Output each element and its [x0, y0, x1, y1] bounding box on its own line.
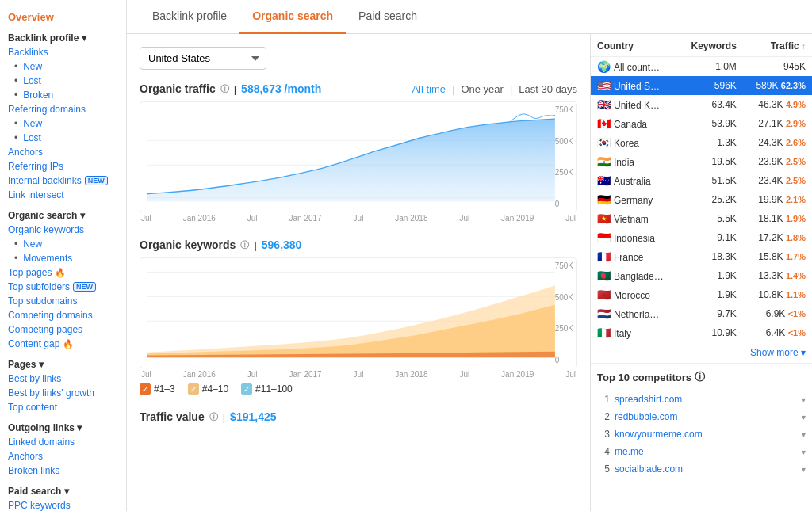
- sidebar-item-referring-domains[interactable]: Referring domains: [0, 102, 126, 116]
- keywords-cell: 1.3K: [679, 133, 743, 152]
- sidebar-item-top-subfolders[interactable]: Top subfolders NEW: [0, 280, 126, 294]
- organic-keywords-info-icon[interactable]: ⓘ: [240, 239, 249, 251]
- keywords-cell: 51.5K: [679, 171, 743, 190]
- table-row[interactable]: 🇫🇷France18.3K15.8K 1.7%: [591, 247, 812, 266]
- table-row[interactable]: 🇲🇦Morocco1.9K10.8K 1.1%: [591, 285, 812, 304]
- keywords-cell: 25.2K: [679, 190, 743, 209]
- show-more-countries[interactable]: Show more ▾: [591, 342, 812, 363]
- traffic-cell: 27.1K 2.9%: [743, 114, 812, 133]
- country-cell: 🇧🇩Banglade…: [591, 266, 679, 285]
- time-filter-last-30-days[interactable]: Last 30 days: [519, 83, 577, 95]
- list-item: 1 spreadshirt.com ▾: [597, 391, 806, 408]
- tab-backlink-profile[interactable]: Backlink profile: [140, 0, 239, 34]
- sidebar-item-content-gap[interactable]: Content gap 🔥: [0, 337, 126, 351]
- competitor-num: 2: [597, 411, 610, 422]
- competitor-dropdown-icon[interactable]: ▾: [802, 413, 806, 421]
- sidebar-item-referring-domains-lost[interactable]: Lost: [0, 131, 126, 145]
- keywords-cell: 63.4K: [679, 95, 743, 114]
- sidebar-item-competing-pages[interactable]: Competing pages: [0, 322, 126, 337]
- table-row[interactable]: 🇮🇳India19.5K23.9K 2.5%: [591, 152, 812, 171]
- keywords-cell: 1.9K: [679, 285, 743, 304]
- sidebar-overview[interactable]: Overview: [0, 6, 126, 28]
- competitor-dropdown-icon[interactable]: ▾: [802, 448, 806, 456]
- tab-organic-search[interactable]: Organic search: [239, 0, 346, 34]
- sidebar-item-best-by-links-growth[interactable]: Best by links' growth: [0, 386, 126, 400]
- sidebar-section-organic-search[interactable]: Organic search ▾: [0, 205, 126, 223]
- sidebar-item-top-subdomains[interactable]: Top subdomains: [0, 294, 126, 308]
- sidebar-item-anchors[interactable]: Anchors: [0, 145, 126, 159]
- table-row[interactable]: 🇬🇧United K…63.4K46.3K 4.9%: [591, 95, 812, 114]
- table-row[interactable]: 🇨🇦Canada53.9K27.1K 2.9%: [591, 114, 812, 133]
- keywords-cell: 18.3K: [679, 247, 743, 266]
- traffic-cell: 15.8K 1.7%: [743, 247, 812, 266]
- chart-y-labels-keywords: 750K 500K 250K 0: [555, 258, 573, 368]
- traffic-cell: 10.8K 1.1%: [743, 285, 812, 304]
- sidebar-item-broken-links[interactable]: Broken links: [0, 463, 126, 478]
- chart-x-labels-traffic: Jul Jan 2016 Jul Jan 2017 Jul Jan 2018 J…: [140, 214, 577, 223]
- sidebar-item-internal-backlinks[interactable]: Internal backlinks NEW: [0, 174, 126, 188]
- sidebar-item-backlinks[interactable]: Backlinks: [0, 45, 126, 59]
- competitor-link[interactable]: me.me: [615, 446, 797, 457]
- competitor-link[interactable]: socialblade.com: [615, 463, 797, 475]
- competitor-dropdown-icon[interactable]: ▾: [802, 465, 806, 474]
- competitor-link[interactable]: redbubble.com: [615, 411, 797, 422]
- competitor-dropdown-icon[interactable]: ▾: [802, 395, 806, 404]
- sidebar-item-backlinks-new[interactable]: New: [0, 59, 126, 74]
- legend-check-1-3[interactable]: ✓: [140, 383, 151, 395]
- competitors-info-icon[interactable]: ⓘ: [695, 370, 705, 384]
- traffic-cell: 23.9K 2.5%: [743, 152, 812, 171]
- sidebar-section-pages[interactable]: Pages ▾: [0, 354, 126, 372]
- sidebar-item-linked-domains[interactable]: Linked domains: [0, 435, 126, 449]
- competitor-link[interactable]: spreadshirt.com: [615, 394, 797, 405]
- time-filter-one-year[interactable]: One year: [461, 83, 503, 95]
- competitor-num: 4: [597, 446, 610, 457]
- sidebar-item-referring-ips[interactable]: Referring IPs: [0, 159, 126, 174]
- competitor-dropdown-icon[interactable]: ▾: [802, 430, 806, 439]
- sidebar-item-best-by-links[interactable]: Best by links: [0, 372, 126, 386]
- table-row[interactable]: 🌍All count…1.0M945K: [591, 57, 812, 77]
- col-traffic: Traffic ↑: [743, 34, 812, 57]
- organic-traffic-info-icon[interactable]: ⓘ: [220, 83, 229, 95]
- sidebar-section-paid-search[interactable]: Paid search ▾: [0, 481, 126, 498]
- table-row[interactable]: 🇻🇳Vietnam5.5K18.1K 1.9%: [591, 209, 812, 228]
- right-panel: Country Keywords Traffic ↑ 🌍All count…1.…: [590, 34, 812, 511]
- sidebar-item-referring-domains-new[interactable]: New: [0, 116, 126, 131]
- sidebar-item-link-intersect[interactable]: Link intersect: [0, 188, 126, 202]
- sidebar-item-competing-domains[interactable]: Competing domains: [0, 308, 126, 322]
- table-row[interactable]: 🇮🇹Italy10.9K6.4K <1%: [591, 323, 812, 342]
- table-row[interactable]: 🇳🇱Netherla…9.7K6.9K <1%: [591, 304, 812, 323]
- table-row[interactable]: 🇮🇩Indonesia9.1K17.2K 1.8%: [591, 228, 812, 247]
- country-select[interactable]: United States All countries United Kingd…: [140, 47, 266, 70]
- sidebar-item-backlinks-lost[interactable]: Lost: [0, 74, 126, 88]
- traffic-value-info-icon[interactable]: ⓘ: [209, 411, 218, 423]
- sidebar-item-backlinks-broken[interactable]: Broken: [0, 88, 126, 102]
- sidebar-item-organic-keywords-new[interactable]: New: [0, 237, 126, 251]
- time-filters: All time | One year | Last 30 days: [412, 83, 577, 95]
- sidebar-section-outgoing-links[interactable]: Outgoing links ▾: [0, 418, 126, 435]
- time-filter-all-time[interactable]: All time: [412, 83, 446, 95]
- sidebar-item-top-content[interactable]: Top content: [0, 400, 126, 414]
- traffic-cell: 46.3K 4.9%: [743, 95, 812, 114]
- table-row[interactable]: 🇰🇷Korea1.3K24.3K 2.6%: [591, 133, 812, 152]
- table-row[interactable]: 🇦🇺Australia51.5K23.4K 2.5%: [591, 171, 812, 190]
- sidebar-item-ppc-keywords[interactable]: PPC keywords: [0, 498, 126, 511]
- tab-paid-search[interactable]: Paid search: [346, 0, 430, 34]
- chart-legend-keywords: ✓ #1–3 ✓ #4–10 ✓ #11–100: [140, 383, 577, 395]
- sidebar-item-outgoing-anchors[interactable]: Anchors: [0, 449, 126, 463]
- legend-check-4-10[interactable]: ✓: [188, 383, 199, 395]
- table-row[interactable]: 🇺🇸United S…596K589K 62.3%: [591, 76, 812, 95]
- table-row[interactable]: 🇧🇩Banglade…1.9K13.3K 1.4%: [591, 266, 812, 285]
- organic-traffic-title: Organic traffic ⓘ | 588,673 /month: [140, 82, 321, 95]
- country-cell: 🇬🇧United K…: [591, 95, 679, 114]
- legend-check-11-100[interactable]: ✓: [241, 383, 252, 395]
- competitor-link[interactable]: knowyourmeme.com: [615, 429, 797, 440]
- traffic-value-value: $191,425: [230, 410, 276, 423]
- traffic-cell: 17.2K 1.8%: [743, 228, 812, 247]
- country-cell: 🇲🇦Morocco: [591, 285, 679, 304]
- sidebar-item-top-pages[interactable]: Top pages 🔥: [0, 265, 126, 280]
- sidebar-item-organic-keywords-movements[interactable]: Movements: [0, 251, 126, 265]
- sidebar-section-backlink-profile[interactable]: Backlink profile ▾: [0, 28, 126, 45]
- sidebar-item-organic-keywords[interactable]: Organic keywords: [0, 223, 126, 237]
- table-row[interactable]: 🇩🇪Germany25.2K19.9K 2.1%: [591, 190, 812, 209]
- competitors-section: Top 10 competitors ⓘ 1 spreadshirt.com ▾…: [591, 363, 812, 484]
